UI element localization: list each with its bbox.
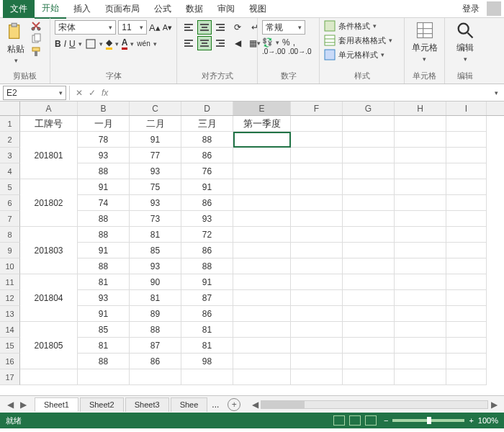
bold-button[interactable]: B	[55, 39, 61, 49]
format-painter-icon[interactable]	[30, 46, 42, 58]
data-cell[interactable]	[78, 369, 130, 385]
accept-formula-icon[interactable]: ✓	[89, 88, 96, 98]
currency-icon[interactable]: 💱	[262, 37, 273, 48]
data-cell[interactable]: 91	[78, 243, 130, 258]
data-cell[interactable]: 81	[130, 290, 181, 306]
data-cell[interactable]	[291, 369, 343, 385]
data-cell[interactable]	[291, 322, 343, 338]
tab-file[interactable]: 文件	[3, 0, 35, 18]
row-header[interactable]: 2	[0, 132, 20, 148]
data-cell[interactable]: 86	[181, 195, 233, 211]
data-cell[interactable]: 93	[130, 163, 181, 179]
data-cell[interactable]	[446, 306, 487, 322]
data-cell[interactable]	[343, 258, 395, 274]
scroll-thumb[interactable]	[261, 401, 305, 408]
data-cell[interactable]	[130, 369, 181, 385]
tab-formula[interactable]: 公式	[147, 0, 179, 18]
fill-color-icon[interactable]: ◆	[106, 37, 112, 50]
cut-icon[interactable]	[30, 20, 42, 32]
data-cell[interactable]: 87	[181, 290, 233, 306]
name-box[interactable]: E2▾	[3, 86, 66, 100]
data-cell[interactable]: 201803	[20, 243, 78, 258]
header-cell[interactable]	[343, 116, 395, 132]
cell-style-button[interactable]: 单元格样式▾	[324, 49, 400, 60]
data-cell[interactable]: 93	[78, 290, 130, 306]
row-header[interactable]: 3	[0, 148, 20, 163]
header-cell[interactable]	[446, 116, 487, 132]
data-cell[interactable]	[291, 211, 343, 227]
data-cell[interactable]	[446, 211, 487, 227]
paste-button[interactable]: 粘贴 ▾	[4, 20, 27, 66]
data-cell[interactable]	[343, 354, 395, 369]
data-cell[interactable]: 81	[78, 274, 130, 290]
horizontal-scrollbar[interactable]: ◀ ▶	[249, 400, 500, 410]
data-cell[interactable]	[233, 306, 291, 322]
fx-icon[interactable]: fx	[102, 88, 108, 98]
data-cell[interactable]: 81	[181, 338, 233, 354]
data-cell[interactable]	[233, 227, 291, 243]
add-sheet-button[interactable]: +	[228, 398, 240, 411]
data-cell[interactable]: 201804	[20, 290, 78, 306]
data-cell[interactable]: 86	[181, 148, 233, 163]
row-header[interactable]: 12	[0, 290, 20, 306]
data-cell[interactable]	[343, 227, 395, 243]
row-header[interactable]: 6	[0, 195, 20, 211]
zoom-control[interactable]: − + 100%	[384, 416, 498, 425]
data-cell[interactable]	[446, 258, 487, 274]
data-cell[interactable]	[233, 290, 291, 306]
data-cell[interactable]	[181, 369, 233, 385]
data-cell[interactable]	[291, 290, 343, 306]
data-cell[interactable]: 74	[78, 195, 130, 211]
number-format-select[interactable]: 常规▾	[262, 20, 305, 35]
data-cell[interactable]	[446, 322, 487, 338]
row-header[interactable]: 14	[0, 322, 20, 338]
data-cell[interactable]	[446, 195, 487, 211]
tab-home[interactable]: 开始	[35, 0, 66, 19]
data-cell[interactable]	[446, 132, 487, 148]
data-cell[interactable]	[395, 195, 446, 211]
data-cell[interactable]	[395, 243, 446, 258]
data-cell[interactable]: 88	[78, 227, 130, 243]
avatar-icon[interactable]	[487, 1, 501, 16]
data-cell[interactable]: 201805	[20, 338, 78, 354]
data-cell[interactable]: 93	[130, 258, 181, 274]
data-cell[interactable]: 90	[130, 274, 181, 290]
data-cell[interactable]	[291, 306, 343, 322]
data-cell[interactable]	[20, 354, 78, 369]
data-cell[interactable]	[233, 211, 291, 227]
col-header-E[interactable]: E	[233, 102, 291, 115]
data-cell[interactable]	[233, 243, 291, 258]
data-cell[interactable]	[233, 148, 291, 163]
data-cell[interactable]	[343, 369, 395, 385]
data-cell[interactable]: 93	[130, 195, 181, 211]
data-cell[interactable]	[20, 211, 78, 227]
row-header[interactable]: 9	[0, 243, 20, 258]
row-header[interactable]: 1	[0, 116, 20, 132]
sheet-tab[interactable]: Sheet2	[80, 397, 124, 412]
data-cell[interactable]	[291, 195, 343, 211]
increase-font-icon[interactable]: A▴	[149, 22, 161, 33]
data-cell[interactable]	[233, 132, 291, 148]
font-name-select[interactable]: 宋体▾	[55, 20, 116, 35]
data-cell[interactable]	[343, 211, 395, 227]
copy-icon[interactable]	[30, 33, 42, 45]
sheet-tab[interactable]: Sheet1	[35, 397, 78, 412]
data-cell[interactable]	[343, 322, 395, 338]
data-cell[interactable]	[233, 369, 291, 385]
data-cell[interactable]	[446, 274, 487, 290]
row-header[interactable]: 16	[0, 354, 20, 369]
data-cell[interactable]	[395, 179, 446, 195]
data-cell[interactable]	[395, 258, 446, 274]
edit-button[interactable]: 编辑 ▾	[449, 20, 481, 63]
row-header[interactable]: 7	[0, 211, 20, 227]
data-cell[interactable]: 73	[130, 211, 181, 227]
cells-button[interactable]: 单元格 ▾	[409, 20, 440, 63]
phonetic-icon[interactable]: wén	[137, 40, 150, 48]
data-cell[interactable]	[20, 306, 78, 322]
data-cell[interactable]: 76	[181, 163, 233, 179]
align-right[interactable]	[213, 36, 228, 50]
data-cell[interactable]	[395, 227, 446, 243]
table-format-button[interactable]: 套用表格格式▾	[324, 35, 400, 46]
data-cell[interactable]	[291, 227, 343, 243]
data-cell[interactable]	[291, 163, 343, 179]
